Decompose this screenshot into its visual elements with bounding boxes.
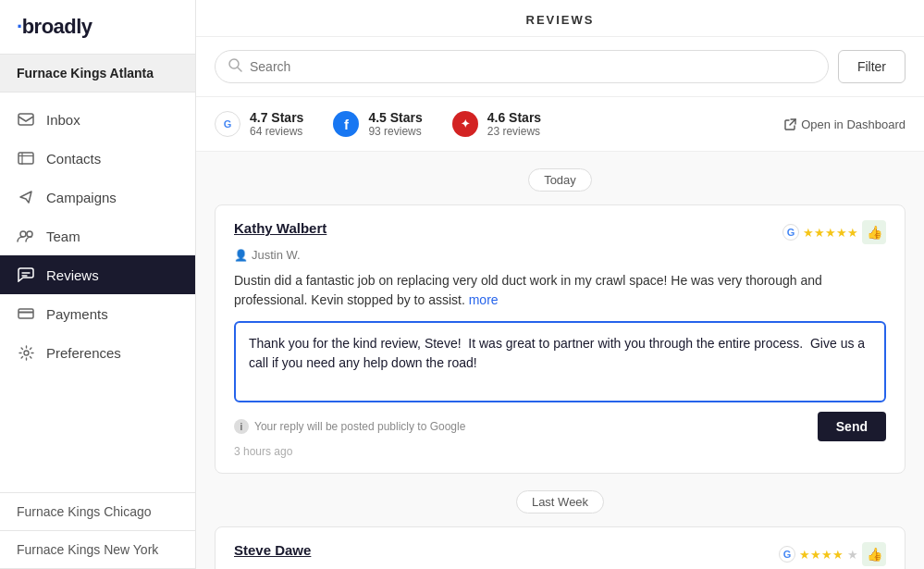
search-input[interactable] (250, 59, 815, 74)
stats-bar: G 4.7 Stars 64 reviews f 4.5 Stars 93 re… (196, 97, 924, 152)
read-more-link-kathy[interactable]: more (469, 292, 499, 307)
reply-footer-kathy: i Your reply will be posted publicly to … (234, 412, 886, 441)
sidebar-nav: Inbox Contacts Campaigns Team Reviews (0, 93, 195, 492)
yelp-reviews: 23 reviews (487, 125, 541, 138)
facebook-stat: f 4.5 Stars 93 reviews (333, 110, 422, 138)
today-separator: Today (215, 168, 906, 192)
google-stat: G 4.7 Stars 64 reviews (215, 110, 303, 138)
rating-badge-steve: G ★★★★★ 👍 (779, 542, 886, 566)
sidebar-item-campaigns[interactable]: Campaigns (0, 178, 195, 216)
yelp-stat: ✦ 4.6 Stars 23 reviews (452, 110, 541, 138)
yelp-logo: ✦ (452, 111, 478, 137)
sidebar-item-inbox[interactable]: Inbox (0, 100, 195, 139)
reviews-feed: Today Kathy Walbert G ★★★★★ 👍 👤 Justin W… (196, 152, 924, 569)
review-card-kathy: Kathy Walbert G ★★★★★ 👍 👤 Justin W. Dust… (215, 204, 906, 474)
svg-rect-0 (18, 114, 33, 125)
svg-rect-1 (18, 153, 33, 164)
today-badge: Today (528, 168, 592, 192)
google-reviews: 64 reviews (250, 125, 303, 138)
sidebar-location-newyork[interactable]: Furnace Kings New York (0, 531, 195, 569)
review-card-steve: Steve Dawe G ★★★★★ 👍 👤 Joe R. (215, 526, 906, 569)
sidebar-location-chicago[interactable]: Furnace Kings Chicago (0, 493, 195, 531)
payments-icon (17, 304, 35, 323)
sidebar-item-inbox-label: Inbox (46, 112, 80, 128)
search-icon (228, 58, 242, 75)
google-logo: G (215, 111, 240, 137)
svg-point-8 (24, 351, 29, 355)
stars-kathy: ★★★★★ (803, 226, 858, 240)
google-stat-text: 4.7 Stars 64 reviews (250, 110, 303, 138)
google-badge-steve: G (779, 546, 795, 563)
reply-box-kathy[interactable] (234, 321, 886, 402)
sidebar-item-payments-label: Payments (46, 306, 108, 322)
last-week-badge: Last Week (516, 490, 604, 513)
yelp-stars: 4.6 Stars (487, 110, 541, 125)
sidebar-item-preferences[interactable]: Preferences (0, 333, 195, 372)
campaigns-icon (17, 188, 35, 206)
last-week-separator: Last Week (215, 490, 906, 513)
logo-area: ·broadly (0, 0, 195, 54)
svg-rect-6 (18, 309, 33, 318)
inbox-icon (17, 110, 35, 129)
sidebar-item-payments[interactable]: Payments (0, 294, 195, 333)
search-box[interactable] (215, 50, 829, 83)
info-icon-kathy: i (234, 419, 249, 434)
reviews-icon (17, 266, 35, 284)
yelp-stat-text: 4.6 Stars 23 reviews (487, 110, 541, 138)
open-dashboard-label: Open in Dashboard (801, 118, 906, 131)
sidebar-item-contacts[interactable]: Contacts (0, 139, 195, 178)
filter-button[interactable]: Filter (838, 50, 906, 83)
assigned-to-kathy: Justin W. (252, 248, 301, 262)
facebook-logo: f (333, 111, 359, 137)
facebook-stat-text: 4.5 Stars 93 reviews (368, 110, 422, 138)
review-header-steve: Steve Dawe G ★★★★★ 👍 (234, 542, 886, 566)
thumbup-kathy[interactable]: 👍 (862, 220, 886, 244)
active-location[interactable]: Furnace Kings Atlanta (0, 54, 195, 93)
preferences-icon (17, 343, 35, 362)
toolbar: Filter (196, 37, 924, 97)
sidebar-item-contacts-label: Contacts (46, 151, 101, 167)
thumbup-steve[interactable]: 👍 (862, 542, 886, 566)
reply-textarea-kathy[interactable] (249, 334, 871, 386)
stars-full-steve: ★★★★ (799, 548, 844, 562)
reply-notice-text-kathy: Your reply will be posted publicly to Go… (254, 420, 465, 433)
sidebar: ·broadly Furnace Kings Atlanta Inbox Con… (0, 0, 196, 569)
svg-line-10 (238, 68, 241, 71)
sidebar-item-reviews-label: Reviews (46, 267, 99, 283)
stars-empty-steve: ★ (847, 548, 858, 562)
facebook-reviews: 93 reviews (368, 125, 422, 138)
facebook-stars: 4.5 Stars (368, 110, 422, 125)
logo: ·broadly (17, 15, 92, 39)
review-time-kathy: 3 hours ago (234, 445, 886, 458)
reviewer-name-steve[interactable]: Steve Dawe (234, 542, 311, 558)
svg-point-4 (20, 231, 26, 237)
sidebar-item-team[interactable]: Team (0, 216, 195, 255)
contacts-icon (17, 149, 35, 167)
google-badge-kathy: G (782, 224, 799, 241)
svg-point-5 (27, 231, 32, 237)
rating-badge-kathy: G ★★★★★ 👍 (782, 220, 886, 244)
person-icon-kathy: 👤 (234, 249, 248, 262)
review-meta-kathy: 👤 Justin W. (234, 248, 886, 262)
page-header: REVIEWS (196, 0, 924, 37)
sidebar-item-reviews[interactable]: Reviews (0, 255, 195, 294)
review-header-kathy: Kathy Walbert G ★★★★★ 👍 (234, 220, 886, 244)
team-icon (17, 227, 35, 245)
external-link-icon (784, 118, 796, 130)
page-title: REVIEWS (196, 13, 924, 27)
google-stars: 4.7 Stars (250, 110, 303, 125)
review-text-kathy: Dustin did a fantastic job on replacing … (234, 271, 886, 310)
sidebar-item-preferences-label: Preferences (46, 345, 121, 361)
main-content: REVIEWS Filter G 4.7 Stars 64 reviews f (196, 0, 924, 569)
send-button-kathy[interactable]: Send (818, 412, 886, 441)
reply-notice-kathy: i Your reply will be posted publicly to … (234, 419, 465, 434)
sidebar-item-team-label: Team (46, 229, 80, 244)
sidebar-item-campaigns-label: Campaigns (46, 190, 117, 205)
open-dashboard-link[interactable]: Open in Dashboard (784, 118, 906, 131)
reviewer-name-kathy[interactable]: Kathy Walbert (234, 220, 326, 236)
